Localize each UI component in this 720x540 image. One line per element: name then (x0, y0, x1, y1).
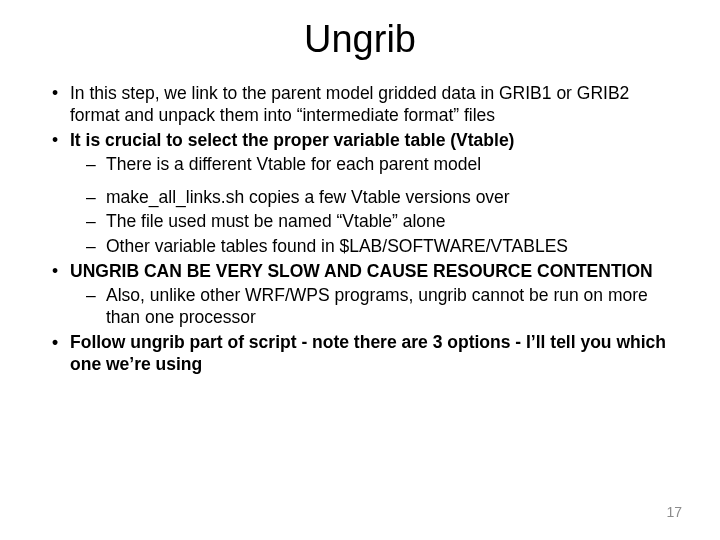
bullet-item: It is crucial to select the proper varia… (70, 130, 680, 258)
bullet-text: It is crucial to select the proper varia… (70, 130, 514, 150)
sub-bullet-item: make_all_links.sh copies a few Vtable ve… (106, 187, 680, 209)
slide-title: Ungrib (40, 18, 680, 61)
sub-bullet-item: Other variable tables found in $LAB/SOFT… (106, 236, 680, 258)
page-number: 17 (666, 504, 682, 520)
sub-bullet-item: Also, unlike other WRF/WPS programs, ung… (106, 285, 680, 329)
slide: Ungrib In this step, we link to the pare… (0, 0, 720, 540)
bullet-item: UNGRIB CAN BE VERY SLOW AND CAUSE RESOUR… (70, 261, 680, 329)
bullet-content: In this step, we link to the parent mode… (40, 83, 680, 376)
bullet-item: Follow ungrib part of script - note ther… (70, 332, 680, 376)
bullet-text: UNGRIB CAN BE VERY SLOW AND CAUSE RESOUR… (70, 261, 653, 281)
bullet-item: In this step, we link to the parent mode… (70, 83, 680, 127)
sub-bullet-item: The file used must be named “Vtable” alo… (106, 211, 680, 233)
sub-bullet-item: There is a different Vtable for each par… (106, 154, 680, 176)
